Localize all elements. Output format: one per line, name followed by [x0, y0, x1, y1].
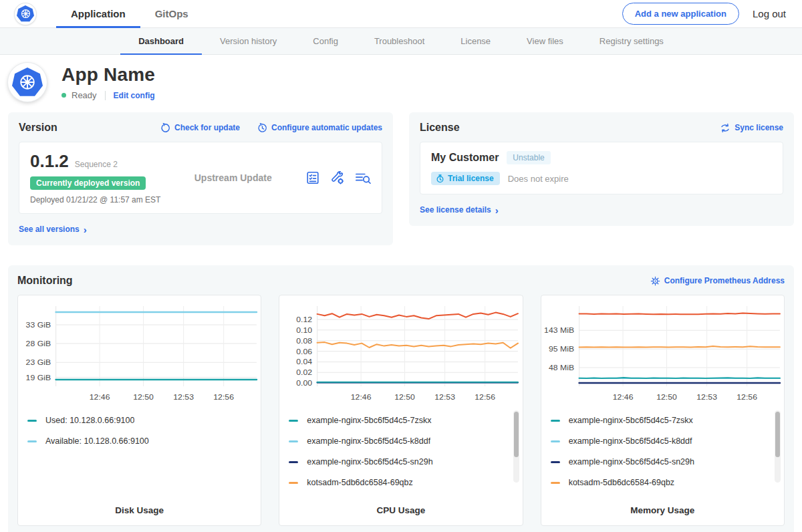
summary-cards-row: Version Check for update Configure autom…	[0, 111, 802, 245]
chart-legend-disk-usage: Used: 10.128.0.66:9100Available: 10.128.…	[18, 408, 261, 501]
chart-legend-cpu-usage: example-nginx-5bc6f5d4c5-7zskxexample-ng…	[279, 408, 522, 501]
svg-text:143 MiB: 143 MiB	[544, 326, 574, 336]
svg-text:12:46: 12:46	[90, 392, 110, 402]
configure-automatic-updates-link[interactable]: Configure automatic updates	[257, 123, 382, 133]
kubernetes-logo-icon	[15, 3, 36, 25]
legend-scrollbar[interactable]	[775, 410, 781, 483]
legend-item: example-nginx-5bc6f5d4c5-k8ddf	[551, 436, 772, 446]
subnav-tab-version-history[interactable]: Version history	[202, 28, 295, 55]
subnav-tab-registry-settings[interactable]: Registry settings	[581, 28, 682, 55]
svg-text:0.06: 0.06	[297, 347, 313, 356]
svg-text:12:50: 12:50	[656, 392, 677, 402]
license-expiry: Does not expire	[508, 174, 569, 184]
subnav-tab-troubleshoot[interactable]: Troubleshoot	[356, 28, 442, 55]
sync-arrows-icon	[720, 123, 730, 133]
license-card: License Sync license My Customer Unstabl…	[409, 112, 794, 226]
svg-text:0.02: 0.02	[297, 368, 313, 378]
svg-text:12:50: 12:50	[395, 392, 416, 402]
subnav-tab-dashboard[interactable]: Dashboard	[120, 28, 202, 55]
version-card: Version Check for update Configure autom…	[8, 112, 393, 245]
license-card-title: License	[420, 122, 460, 134]
legend-item: example-nginx-5bc6f5d4c5-sn29h	[551, 457, 772, 467]
gear-icon	[650, 276, 660, 286]
see-all-versions-link[interactable]: See all versions ›	[19, 225, 87, 235]
version-number: 0.1.2	[30, 151, 69, 172]
legend-color-dash	[551, 420, 560, 422]
auto-update-clock-icon	[257, 123, 267, 133]
channel-badge: Unstable	[507, 151, 550, 164]
add-application-button[interactable]: Add a new application	[622, 3, 739, 25]
svg-text:12:46: 12:46	[351, 392, 372, 402]
subnav-tab-config[interactable]: Config	[295, 28, 356, 55]
version-source: Upstream Update	[194, 172, 272, 183]
legend-item: example-nginx-5bc6f5d4c5-7zskx	[289, 416, 510, 425]
legend-label: example-nginx-5bc6f5d4c5-sn29h	[307, 457, 432, 467]
preflight-checklist-icon[interactable]	[305, 170, 320, 185]
monitoring-title: Monitoring	[17, 275, 73, 287]
chevron-right-icon: ›	[84, 225, 87, 235]
legend-item: kotsadm-5db6dc6584-69qbz	[551, 478, 772, 487]
svg-text:12:53: 12:53	[435, 392, 456, 402]
chevron-right-icon: ›	[495, 205, 499, 215]
legend-color-dash	[27, 420, 37, 422]
license-type-badge: Trial license	[431, 172, 500, 185]
svg-text:0.10: 0.10	[297, 325, 313, 335]
nav-tab-application[interactable]: Application	[56, 0, 140, 28]
legend-color-dash	[27, 440, 37, 442]
view-diff-icon[interactable]	[355, 170, 371, 185]
nav-tab-gitops[interactable]: GitOps	[140, 0, 203, 28]
deployed-timestamp: Deployed 01/21/22 @ 11:57 am EST	[30, 195, 160, 205]
sync-license-link[interactable]: Sync license	[720, 123, 783, 133]
legend-color-dash	[289, 440, 298, 442]
svg-text:12:56: 12:56	[213, 392, 234, 402]
chart-plot-cpu-usage: 0.120.100.080.060.040.020.0012:4612:5012…	[279, 302, 522, 408]
chart-plot-memory-usage: 143 MiB95 MiB48 MiB12:4612:5012:5312:56	[541, 302, 784, 408]
svg-text:23 GiB: 23 GiB	[26, 358, 51, 368]
legend-item: example-nginx-5bc6f5d4c5-sn29h	[289, 457, 510, 467]
edit-config-link[interactable]: Edit config	[114, 91, 155, 100]
subnav-tab-license[interactable]: License	[442, 28, 509, 55]
legend-color-dash	[289, 461, 298, 463]
subnav-tab-view-files[interactable]: View files	[509, 28, 581, 55]
chart-plot-disk-usage: 33 GiB28 GiB23 GiB19 GiB12:4612:5012:531…	[18, 302, 261, 408]
page-title: App Name	[61, 64, 155, 86]
legend-scrollbar-thumb[interactable]	[514, 412, 519, 457]
app-subnav: DashboardVersion historyConfigTroublesho…	[0, 28, 802, 55]
legend-color-dash	[551, 482, 560, 484]
see-license-details-link[interactable]: See license details ›	[420, 205, 499, 215]
svg-text:0.08: 0.08	[297, 336, 313, 346]
svg-text:0.00: 0.00	[297, 379, 313, 388]
svg-text:95 MiB: 95 MiB	[549, 345, 574, 354]
svg-text:12:46: 12:46	[612, 392, 633, 402]
charts-row: 33 GiB28 GiB23 GiB19 GiB12:4612:5012:531…	[17, 295, 785, 526]
legend-label: example-nginx-5bc6f5d4c5-k8ddf	[307, 436, 430, 446]
logout-button[interactable]: Log out	[753, 8, 786, 19]
legend-label: kotsadm-5db6dc6584-69qbz	[569, 478, 674, 487]
configure-prometheus-link[interactable]: Configure Prometheus Address	[650, 276, 785, 286]
legend-label: Used: 10.128.0.66:9100	[45, 416, 134, 425]
refresh-icon	[160, 123, 170, 133]
customer-name: My Customer	[431, 152, 499, 164]
chart-card-disk-usage: 33 GiB28 GiB23 GiB19 GiB12:4612:5012:531…	[17, 295, 261, 526]
license-details-card: My Customer Unstable Trial license Does …	[420, 142, 783, 194]
legend-color-dash	[289, 482, 298, 484]
legend-item: example-nginx-5bc6f5d4c5-k8ddf	[289, 436, 510, 446]
legend-item: Available: 10.128.0.66:9100	[27, 436, 249, 446]
legend-color-dash	[289, 420, 298, 422]
legend-item: kotsadm-5db6dc6584-69qbz	[289, 478, 510, 487]
monitoring-section: Monitoring Configure Prometheus Address …	[8, 265, 794, 532]
legend-scrollbar[interactable]	[513, 410, 519, 483]
legend-label: example-nginx-5bc6f5d4c5-7zskx	[569, 416, 693, 425]
chart-title-memory-usage: Memory Usage	[541, 501, 784, 525]
legend-label: example-nginx-5bc6f5d4c5-sn29h	[569, 457, 694, 467]
check-for-update-link[interactable]: Check for update	[160, 123, 240, 133]
legend-label: example-nginx-5bc6f5d4c5-k8ddf	[569, 436, 692, 446]
current-version-card: 0.1.2 Sequence 2 Currently deployed vers…	[19, 142, 382, 214]
svg-text:12:56: 12:56	[475, 392, 496, 402]
config-wrench-icon[interactable]	[330, 170, 345, 185]
app-header: App Name Ready Edit config	[0, 55, 802, 111]
legend-scrollbar-thumb[interactable]	[775, 412, 780, 457]
status-dot	[61, 93, 66, 98]
svg-text:28 GiB: 28 GiB	[26, 339, 51, 348]
version-sequence: Sequence 2	[75, 160, 118, 169]
